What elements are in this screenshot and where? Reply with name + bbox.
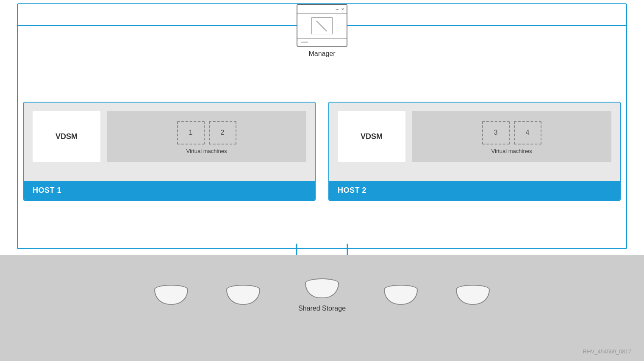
storage-disks-row: Shared Storage <box>154 278 490 312</box>
storage-section: Shared Storage <box>0 255 644 361</box>
host2-vm-section: 3 4 Virtual machines <box>412 111 611 162</box>
host1-footer-label: HOST 1 <box>33 186 61 194</box>
host1-vdsm: VDSM <box>33 111 100 162</box>
cylinder2 <box>226 285 260 306</box>
cylinder1-body <box>154 290 188 305</box>
cylinder3-body <box>305 283 339 298</box>
cylinder1 <box>154 285 188 306</box>
host1-vm-label: Virtual machines <box>186 148 227 154</box>
disk2 <box>226 285 260 306</box>
manager-section: ─ ✕ Manager <box>297 4 347 58</box>
host1-vm-boxes-row: 1 2 <box>177 121 236 144</box>
host2-vm-boxes-row: 3 4 <box>482 121 541 144</box>
host2-vdsm: VDSM <box>338 111 405 162</box>
manager-window-footer <box>297 38 347 46</box>
host2-box: VDSM 3 4 Virtual machines HOST 2 <box>328 102 621 201</box>
cylinder5 <box>456 285 490 306</box>
manager-label: Manager <box>308 50 335 58</box>
host2-vm-label: Virtual machines <box>491 148 532 154</box>
host2-footer: HOST 2 <box>329 181 620 200</box>
manager-icon: ─ ✕ <box>297 4 347 47</box>
cylinder4 <box>384 285 418 306</box>
host2-footer-label: HOST 2 <box>338 186 366 194</box>
diagram-container: ─ ✕ Manager VDSM 1 2 Virtual machines <box>0 0 644 361</box>
manager-window-content <box>297 14 347 38</box>
host1-box: VDSM 1 2 Virtual machines HOST 1 <box>23 102 316 201</box>
disk5 <box>456 285 490 306</box>
cylinder5-body <box>456 290 490 305</box>
cylinder3 <box>305 278 339 300</box>
host1-vm-section: 1 2 Virtual machines <box>107 111 306 162</box>
disk1 <box>154 285 188 306</box>
watermark: RHV_454569_0817 <box>583 348 631 355</box>
host1-vm1: 1 <box>177 121 205 144</box>
host2-vm4: 4 <box>514 121 541 144</box>
hosts-row: VDSM 1 2 Virtual machines HOST 1 VDSM <box>23 102 621 201</box>
manager-title-bar: ─ ✕ <box>297 5 347 14</box>
cylinder4-body <box>384 290 418 305</box>
disk4 <box>384 285 418 306</box>
disk3-center: Shared Storage <box>298 278 346 312</box>
host1-footer: HOST 1 <box>24 181 315 200</box>
cylinder2-body <box>226 290 260 305</box>
host2-inner: VDSM 3 4 Virtual machines <box>329 103 620 175</box>
storage-label: Shared Storage <box>298 305 346 312</box>
host1-inner: VDSM 1 2 Virtual machines <box>24 103 315 175</box>
host1-vm2: 2 <box>209 121 236 144</box>
manager-window-graphic <box>311 17 333 34</box>
host2-vm3: 3 <box>482 121 510 144</box>
